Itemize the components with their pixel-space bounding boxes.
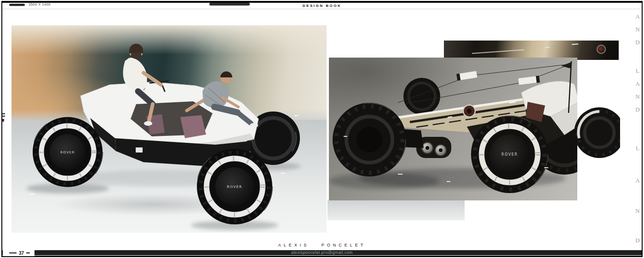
side-letter: A — [634, 80, 641, 88]
rear-wheel: ROVER — [197, 149, 272, 224]
pennant — [561, 62, 571, 69]
registration-marks — [2, 113, 5, 123]
front-wheel: ROVER — [33, 117, 103, 187]
collage-underlay — [328, 200, 465, 220]
wing-panel — [456, 71, 477, 81]
strip-highlight — [472, 49, 524, 54]
author-name: ALEXIS PONCELET — [0, 243, 644, 247]
side-letter: L — [634, 67, 641, 75]
detail-strip-render — [444, 41, 619, 60]
wheel-brand-label: ROVER — [227, 185, 242, 189]
side-letter: N — [634, 26, 641, 33]
vehicle-rear-view: ROVER — [329, 58, 577, 200]
side-letter: N — [634, 93, 641, 100]
strip-dash — [545, 47, 550, 48]
page-title: DESIGN BOOK — [0, 4, 644, 8]
frame-bottom — [1, 256, 643, 257]
page-number-value: 37 — [19, 251, 24, 256]
frame-left — [1, 1, 2, 257]
strip-port-detail — [597, 45, 606, 54]
far-front-wheel — [403, 78, 440, 115]
frame-right — [642, 1, 643, 257]
frame-top — [1, 1, 643, 3]
design-book-page: 3500 X 1400 DESIGN BOOK A N D L A N D L … — [0, 0, 644, 258]
strip-dash — [572, 43, 578, 45]
dash-line — [9, 252, 17, 253]
overhang-wheel — [574, 105, 620, 161]
wheel-brand-label: ROVER — [60, 151, 75, 154]
front-left-wheel — [333, 103, 406, 176]
secondary-render: ROVER — [329, 58, 577, 200]
page-number: 37 — [3, 250, 34, 256]
side-letter: A — [634, 177, 641, 184]
dash-line — [26, 252, 30, 253]
side-letter: D — [634, 106, 641, 113]
side-letter: L — [634, 145, 641, 152]
side-letter: D — [634, 39, 641, 46]
wing-panel — [518, 76, 540, 85]
side-letter: A — [634, 13, 641, 20]
vehicle-side-view: ROVER ROVER — [12, 25, 327, 233]
main-render: ROVER ROVER — [12, 25, 327, 233]
header-rule — [2, 9, 642, 9]
wheel-brand-label: ROVER — [501, 152, 518, 157]
side-letter: N — [634, 207, 641, 215]
contact-email-bar: alexisponcelet.pro@gmail.com — [2, 250, 642, 255]
rover-wheel: ROVER — [471, 116, 548, 193]
